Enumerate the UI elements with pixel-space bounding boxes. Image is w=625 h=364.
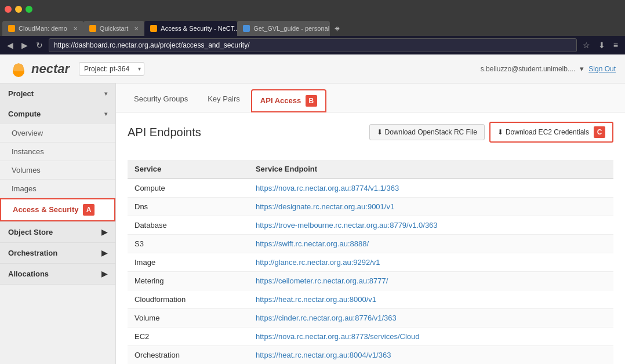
content-body: API Endpoints ⬇ Download OpenStack RC Fi… (116, 112, 625, 364)
cell-service: EC2 (128, 327, 249, 346)
object-store-arrow-icon: ▶ (101, 228, 107, 236)
api-endpoints-table: Service Service Endpoint Computehttps://… (128, 160, 613, 364)
maximize-button[interactable] (26, 6, 32, 13)
address-input[interactable] (49, 38, 577, 52)
sidebar-item-instances[interactable]: Instances (0, 143, 115, 161)
cell-endpoint[interactable]: https://cinder.rc.nectar.org.au:8776/v1/… (249, 309, 613, 327)
tab-security-groups-label: Security Groups (134, 94, 188, 103)
back-button[interactable]: ◀ (5, 39, 16, 51)
cell-service: Database (128, 216, 249, 235)
cell-endpoint[interactable]: https://nova.rc.nectar.org.au:8774/v1.1/… (249, 179, 613, 198)
logo-text: nectar (31, 61, 70, 77)
cell-service: Orchestration (128, 346, 249, 365)
tab-gvl[interactable]: Get_GVL_guide - personal ✕ (237, 21, 330, 36)
endpoint-link[interactable]: https://cinder.rc.nectar.org.au:8776/v1/… (256, 314, 397, 322)
endpoint-link[interactable]: http://glance.rc.nectar.org.au:9292/v1 (256, 258, 380, 267)
cell-endpoint[interactable]: https://swift.rc.nectar.org.au:8888/ (249, 235, 613, 253)
sidebar-allocations[interactable]: Allocations ▶ (0, 264, 115, 285)
project-arrow-icon: ▾ (104, 90, 107, 97)
app-header: nectar Project: pt-364 s.belluzzo@studen… (0, 54, 625, 83)
tab-label-cloudman: CloudMan: demo (19, 25, 67, 32)
user-dropdown-icon[interactable]: ▾ (580, 64, 584, 73)
tab-favicon-access (150, 25, 157, 32)
table-row: Orchestrationhttps://heat.rc.nectar.org.… (128, 346, 613, 365)
download-ec2-icon: ⬇ (497, 128, 503, 136)
cell-endpoint[interactable]: https://designate.rc.nectar.org.au:9001/… (249, 198, 613, 216)
cell-endpoint[interactable]: https://trove-melbourne.rc.nectar.org.au… (249, 216, 613, 235)
download-ec2-button[interactable]: ⬇ Download EC2 Credentials C (489, 122, 613, 143)
project-selector[interactable]: Project: pt-364 (79, 62, 144, 76)
sidebar-item-access-label: Access & Security (13, 205, 78, 214)
sidebar-item-instances-label: Instances (12, 147, 44, 156)
tabs-bar: CloudMan: demo ✕ Quickstart ✕ Access & S… (0, 19, 625, 36)
sidebar-orchestration[interactable]: Orchestration ▶ (0, 243, 115, 264)
endpoint-link[interactable]: https://designate.rc.nectar.org.au:9001/… (256, 202, 394, 211)
tab-api-access[interactable]: API Access B (251, 89, 326, 112)
sidebar-item-volumes[interactable]: Volumes (0, 161, 115, 180)
download-ec2-label: Download EC2 Credentials (506, 128, 589, 136)
logo: nectar (9, 60, 70, 78)
sidebar-compute-header[interactable]: Compute ▾ (0, 104, 115, 124)
minimize-button[interactable] (15, 6, 22, 13)
forward-button[interactable]: ▶ (19, 39, 30, 51)
cell-endpoint[interactable]: https://heat.rc.nectar.org.au:8000/v1 (249, 290, 613, 309)
user-email: s.belluzzo@student.unimelb.... (481, 65, 576, 73)
tab-favicon-cloudman (8, 25, 15, 32)
cell-endpoint[interactable]: https://heat.rc.nectar.org.au:8004/v1/36… (249, 346, 613, 365)
endpoint-link[interactable]: https://nova.rc.nectar.org.au:8774/v1.1/… (256, 184, 399, 192)
endpoint-link[interactable]: https://heat.rc.nectar.org.au:8000/v1 (256, 295, 376, 304)
tab-access-security[interactable]: Access & Security - NeCT... ✕ (144, 21, 237, 36)
close-button[interactable] (5, 6, 12, 13)
sidebar-orchestration-label: Orchestration (8, 249, 57, 257)
tab-quickstart[interactable]: Quickstart ✕ (83, 21, 145, 36)
table-row: S3https://swift.rc.nectar.org.au:8888/ (128, 235, 613, 253)
project-selector-wrapper[interactable]: Project: pt-364 (79, 62, 144, 76)
table-row: Databasehttps://trove-melbourne.rc.necta… (128, 216, 613, 235)
sidebar-item-overview[interactable]: Overview (0, 124, 115, 143)
download-openstack-button[interactable]: ⬇ Download OpenStack RC File (369, 124, 485, 140)
sidebar: Project ▾ Compute ▾ Overview Instances (0, 83, 116, 364)
address-bar: ◀ ▶ ↻ ☆ ⬇ ≡ (0, 36, 625, 54)
menu-button[interactable]: ≡ (611, 39, 620, 51)
table-row: Dnshttps://designate.rc.nectar.org.au:90… (128, 198, 613, 216)
tab-key-pairs[interactable]: Key Pairs (199, 89, 249, 112)
sidebar-compute-label: Compute (8, 110, 41, 118)
col-endpoint: Service Endpoint (249, 160, 613, 179)
table-row: Cloudformationhttps://heat.rc.nectar.org… (128, 290, 613, 309)
endpoint-link[interactable]: https://trove-melbourne.rc.nectar.org.au… (256, 221, 438, 230)
cell-endpoint[interactable]: http://glance.rc.nectar.org.au:9292/v1 (249, 253, 613, 272)
reload-button[interactable]: ↻ (34, 39, 45, 51)
compute-arrow-icon: ▾ (104, 111, 107, 117)
cell-endpoint[interactable]: https://nova.rc.nectar.org.au:8773/servi… (249, 327, 613, 346)
sidebar-project-header[interactable]: Project ▾ (0, 83, 115, 104)
save-button[interactable]: ⬇ (596, 39, 608, 51)
tab-api-access-label: API Access (260, 96, 301, 105)
cell-endpoint[interactable]: https://ceilometer.rc.nectar.org.au:8777… (249, 272, 613, 290)
endpoint-link[interactable]: https://heat.rc.nectar.org.au:8004/v1/36… (256, 351, 391, 359)
cell-service: Dns (128, 198, 249, 216)
sidebar-object-store[interactable]: Object Store ▶ (0, 222, 115, 243)
cell-service: Volume (128, 309, 249, 327)
tab-security-groups[interactable]: Security Groups (125, 89, 197, 112)
endpoint-link[interactable]: https://ceilometer.rc.nectar.org.au:8777… (256, 276, 388, 285)
sidebar-item-images[interactable]: Images (0, 180, 115, 198)
tab-cloudman[interactable]: CloudMan: demo ✕ (2, 21, 83, 36)
annotation-b: B (306, 95, 317, 107)
col-service: Service (128, 160, 249, 179)
sign-out-button[interactable]: Sign Out (588, 65, 616, 73)
cell-service: Metering (128, 272, 249, 290)
sidebar-item-volumes-label: Volumes (12, 166, 41, 174)
main-layout: Project ▾ Compute ▾ Overview Instances (0, 83, 625, 364)
cell-service: Cloudformation (128, 290, 249, 309)
bookmark-button[interactable]: ☆ (580, 39, 593, 51)
endpoint-link[interactable]: https://nova.rc.nectar.org.au:8773/servi… (256, 332, 420, 341)
tab-close-quickstart[interactable]: ✕ (134, 26, 139, 32)
content-area: Security Groups Key Pairs API Access B A… (116, 83, 625, 364)
new-tab-button[interactable]: + (330, 22, 344, 36)
sidebar-object-store-label: Object Store (8, 228, 53, 236)
endpoint-link[interactable]: https://swift.rc.nectar.org.au:8888/ (256, 239, 369, 248)
sidebar-item-access-security[interactable]: Access & Security A (0, 198, 115, 221)
tab-close-cloudman[interactable]: ✕ (73, 26, 78, 32)
tab-label-gvl: Get_GVL_guide - personal (253, 25, 329, 32)
table-row: Imagehttp://glance.rc.nectar.org.au:9292… (128, 253, 613, 272)
